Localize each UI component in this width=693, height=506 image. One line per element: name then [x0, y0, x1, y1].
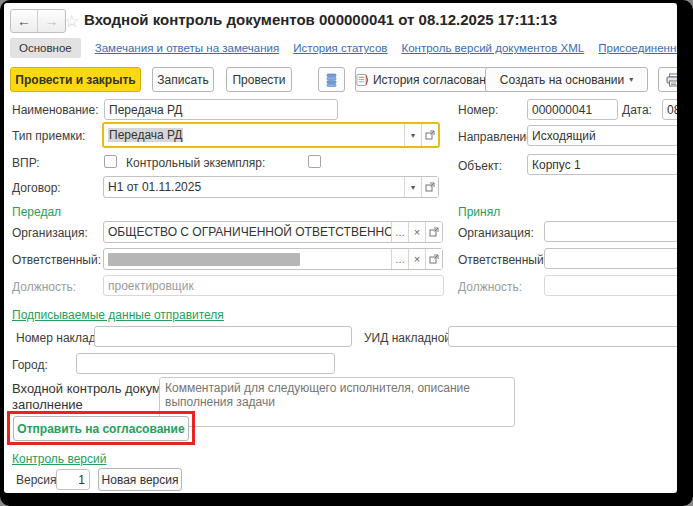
transferred-organization-choose-button[interactable]: … [391, 222, 408, 242]
number-label: Номер: [458, 103, 498, 117]
number-input[interactable] [527, 99, 618, 120]
contract-label: Договор: [12, 181, 61, 195]
new-version-button[interactable]: Новая версия [98, 468, 182, 491]
vpr-checkbox[interactable] [104, 155, 117, 168]
version-control-link[interactable]: Контроль версий [12, 452, 106, 466]
city-input[interactable] [76, 353, 335, 374]
acceptance-type-input[interactable]: Передача РД [104, 124, 404, 146]
transferred-organization-field: ОБЩЕСТВО С ОГРАНИЧЕННОЙ ОТВЕТСТВЕННОСТЬ … [103, 221, 443, 243]
redacted-text [108, 253, 300, 266]
ellipsis-icon: … [395, 254, 405, 265]
transferred-organization-label: Организация: [12, 226, 88, 240]
approval-history-button[interactable]: История согласования [355, 67, 500, 92]
transferred-responsible-clear-button[interactable]: × [408, 249, 425, 269]
open-icon [429, 227, 439, 237]
transferred-responsible-field: … × [103, 248, 443, 270]
task-comment-input[interactable] [159, 377, 515, 427]
transferred-position-input[interactable] [103, 275, 444, 296]
forward-arrow-icon: → [45, 13, 59, 29]
approval-history-label: История согласования [373, 73, 499, 87]
history-nav: ← → [10, 9, 66, 33]
tab-remarks[interactable]: Замечания и ответы на замечания [95, 42, 280, 54]
control-copy-checkbox[interactable] [308, 155, 321, 168]
transferred-organization-input[interactable]: ОБЩЕСТВО С ОГРАНИЧЕННОЙ ОТВЕТСТВЕННОСТЬ [104, 222, 391, 242]
create-based-on-label: Создать на основании [500, 73, 625, 87]
control-copy-label: Контрольный экземпляр: [126, 156, 265, 170]
window: ← → ☆ Входной контроль документов 000000… [4, 3, 677, 493]
transferred-responsible-label: Ответственный: [12, 253, 101, 267]
transferred-responsible-open-button[interactable] [425, 249, 442, 269]
direction-label: Направление: [458, 130, 536, 144]
approval-history-icon [356, 73, 368, 87]
acceptance-type-open-button[interactable] [421, 124, 438, 146]
date-label: Дата: [622, 103, 652, 117]
screenshot-frame: ← → ☆ Входной контроль документов 000000… [0, 0, 693, 506]
open-icon [429, 254, 439, 264]
tab-xml-version-control[interactable]: Контроль версий документов XML [401, 42, 584, 54]
tab-attached-files[interactable]: Присоединенные файлы [598, 42, 677, 54]
direction-input[interactable] [527, 125, 677, 146]
print-button[interactable] [658, 67, 677, 92]
object-input[interactable] [527, 154, 677, 175]
received-responsible-input[interactable] [544, 248, 677, 269]
favorite-star-icon[interactable]: ☆ [64, 11, 79, 32]
acceptance-type-field: Передача РД ▾ [102, 122, 440, 148]
contract-field: Н1 от 01.11.2025 ▾ [103, 176, 439, 198]
transferred-organization-open-button[interactable] [425, 222, 442, 242]
acceptance-type-value: Передача РД [108, 128, 183, 142]
invoice-uid-input[interactable] [448, 326, 677, 347]
page-title: Входной контроль документов 000000041 от… [84, 11, 557, 28]
version-label: Версия: [16, 473, 60, 487]
received-position-label: Должность: [458, 280, 522, 294]
date-input[interactable] [662, 99, 677, 120]
name-input[interactable] [104, 99, 338, 120]
create-based-on-button[interactable]: Создать на основании ▾ [485, 67, 648, 92]
transferred-organization-clear-button[interactable]: × [408, 222, 425, 242]
city-label: Город: [12, 358, 48, 372]
register-icon [326, 73, 337, 87]
forward-button[interactable]: → [38, 10, 65, 32]
dropdown-icon: ▾ [411, 183, 415, 192]
send-for-approval-button[interactable]: Отправить на согласование [13, 416, 189, 441]
chevron-down-icon: ▾ [629, 75, 633, 84]
tab-bar: Основное Замечания и ответы на замечания… [10, 38, 677, 58]
invoice-number-input[interactable] [94, 326, 352, 347]
received-section-title: Принял [458, 205, 500, 219]
vpr-label: ВПР: [12, 156, 40, 170]
received-responsible-label: Ответственный: [458, 253, 547, 267]
received-position-input[interactable] [544, 275, 677, 296]
transferred-position-label: Должность: [12, 280, 76, 294]
open-icon [425, 130, 435, 140]
acceptance-type-dropdown-button[interactable]: ▾ [404, 124, 421, 146]
document-registers-button[interactable] [318, 67, 345, 92]
printer-icon [666, 73, 678, 87]
tab-main[interactable]: Основное [10, 38, 81, 58]
version-input[interactable] [56, 469, 90, 490]
contract-input[interactable]: Н1 от 01.11.2025 [104, 177, 404, 197]
write-button[interactable]: Записать [152, 67, 214, 92]
tab-status-history[interactable]: История статусов [293, 42, 387, 54]
signed-data-link[interactable]: Подписываемые данные отправителя [12, 308, 224, 322]
invoice-uid-label: УИД накладной: [364, 331, 454, 345]
open-icon [425, 182, 435, 192]
contract-dropdown-button[interactable]: ▾ [404, 177, 421, 197]
transferred-section-title: Передал [12, 205, 61, 219]
clear-icon: × [414, 226, 420, 238]
post-button[interactable]: Провести [226, 67, 292, 92]
transferred-responsible-input[interactable] [104, 249, 391, 269]
acceptance-type-label: Тип приемки: [12, 129, 85, 143]
transferred-responsible-choose-button[interactable]: … [391, 249, 408, 269]
back-button[interactable]: ← [11, 10, 38, 32]
name-label: Наименование: [12, 103, 99, 117]
ellipsis-icon: … [395, 227, 405, 238]
received-organization-label: Организация: [458, 226, 534, 240]
post-and-close-button[interactable]: Провести и закрыть [10, 67, 141, 92]
received-organization-input[interactable] [544, 221, 677, 242]
clear-icon: × [414, 253, 420, 265]
back-arrow-icon: ← [17, 13, 31, 29]
object-label: Объект: [458, 159, 502, 173]
dropdown-icon: ▾ [411, 131, 415, 140]
contract-open-button[interactable] [421, 177, 438, 197]
